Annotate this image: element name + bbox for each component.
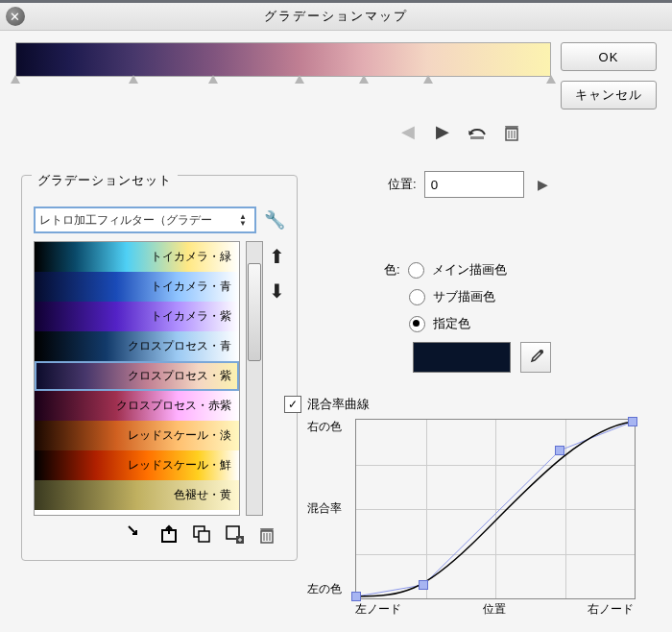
color-section: 色: メイン描画色 サブ描画色 指定色 bbox=[384, 261, 551, 373]
list-item[interactable]: レッドスケール・鮮 bbox=[35, 450, 239, 480]
move-up-icon[interactable]: ⬆ bbox=[269, 245, 285, 268]
title-bar: ✕ グラデーションマップ bbox=[0, 3, 672, 31]
list-item-label: レッドスケール・淡 bbox=[128, 427, 231, 444]
gradient-set-panel: グラデーションセット レトロ加工フィルター（グラデー ▲▼ 🔧 トイカメラ・緑ト… bbox=[21, 175, 298, 561]
radio-main[interactable] bbox=[408, 262, 424, 279]
list-item-label: トイカメラ・紫 bbox=[151, 308, 231, 325]
gradient-marker[interactable] bbox=[11, 75, 20, 84]
prev-icon[interactable]: ◀ bbox=[397, 121, 419, 142]
curve-node[interactable] bbox=[351, 592, 361, 601]
list-item-label: レッドスケール・鮮 bbox=[128, 457, 231, 474]
delete-icon[interactable] bbox=[256, 523, 277, 545]
curve-checkbox[interactable]: ✓ bbox=[284, 396, 301, 413]
svg-rect-0 bbox=[470, 136, 484, 139]
x-label-left: 左ノード bbox=[355, 601, 401, 618]
new-icon[interactable] bbox=[224, 523, 245, 545]
y-label-mid: 混合率 bbox=[298, 500, 342, 517]
svg-rect-6 bbox=[199, 531, 209, 542]
export-icon[interactable] bbox=[158, 523, 180, 545]
gradient-set-combo[interactable]: レトロ加工フィルター（グラデー ▲▼ bbox=[34, 207, 256, 233]
list-item-label: トイカメラ・緑 bbox=[151, 249, 231, 265]
list-item[interactable]: レッドスケール・淡 bbox=[35, 421, 239, 450]
radio-main-label: メイン描画色 bbox=[432, 261, 507, 279]
ok-button[interactable]: OK bbox=[561, 42, 657, 71]
curve-plot[interactable] bbox=[355, 419, 636, 599]
color-label: 色: bbox=[384, 261, 400, 279]
gradient-marker[interactable] bbox=[423, 75, 433, 84]
list-item[interactable]: トイカメラ・緑 bbox=[35, 242, 239, 272]
gradient-markers[interactable] bbox=[15, 75, 551, 86]
curve-section: ✓ 混合率曲線 右の色 混合率 左の色 bbox=[284, 396, 649, 620]
gradient-list[interactable]: トイカメラ・緑トイカメラ・青トイカメラ・紫クロスプロセス・青クロスプロセス・紫ク… bbox=[34, 241, 240, 516]
curve-label: 混合率曲線 bbox=[307, 396, 370, 413]
list-item-label: 色褪せ・黄 bbox=[174, 487, 231, 503]
trash-icon[interactable] bbox=[501, 121, 522, 142]
gradient-preview[interactable] bbox=[15, 42, 551, 77]
y-label-top: 右の色 bbox=[298, 419, 342, 435]
radio-sub-label: サブ描画色 bbox=[433, 288, 495, 305]
gradient-marker[interactable] bbox=[359, 75, 369, 84]
curve-node[interactable] bbox=[555, 446, 564, 455]
list-item-label: クロスプロセス・赤紫 bbox=[116, 398, 231, 414]
list-item-label: トイカメラ・青 bbox=[151, 279, 231, 295]
combo-text: レトロ加工フィルター（グラデー bbox=[39, 212, 212, 229]
position-input[interactable] bbox=[424, 171, 524, 198]
scrollbar-thumb[interactable] bbox=[248, 263, 261, 361]
position-step-icon[interactable]: ▶ bbox=[538, 177, 548, 192]
svg-point-14 bbox=[540, 350, 543, 353]
duplicate-icon[interactable] bbox=[191, 523, 212, 545]
curve-node[interactable] bbox=[419, 580, 428, 590]
combo-spinner[interactable]: ▲▼ bbox=[239, 213, 251, 227]
list-item-label: クロスプロセス・青 bbox=[128, 338, 231, 354]
eyedropper-button[interactable] bbox=[520, 342, 551, 373]
cancel-button[interactable]: キャンセル bbox=[561, 81, 657, 109]
x-label-right: 右ノード bbox=[588, 601, 634, 618]
gradient-marker[interactable] bbox=[129, 75, 138, 84]
curve-node[interactable] bbox=[628, 417, 637, 426]
dialog-title: グラデーションマップ bbox=[264, 8, 408, 25]
color-swatch[interactable] bbox=[413, 342, 511, 373]
gradient-marker[interactable] bbox=[208, 75, 218, 84]
x-label-mid: 位置 bbox=[483, 601, 506, 618]
list-item-label: クロスプロセス・紫 bbox=[128, 368, 231, 384]
radio-sub[interactable] bbox=[409, 289, 425, 305]
gradient-marker[interactable] bbox=[546, 75, 556, 84]
list-item[interactable]: クロスプロセス・青 bbox=[35, 331, 239, 361]
gradient-set-title: グラデーションセット bbox=[32, 172, 178, 189]
list-item[interactable]: クロスプロセス・赤紫 bbox=[35, 391, 239, 421]
next-icon[interactable]: ▶ bbox=[432, 121, 453, 142]
y-label-bot: 左の色 bbox=[298, 581, 342, 597]
position-label: 位置: bbox=[388, 176, 417, 193]
scrollbar[interactable] bbox=[246, 241, 263, 516]
move-down-icon[interactable]: ⬇ bbox=[269, 280, 285, 303]
reverse-icon[interactable] bbox=[467, 121, 488, 142]
radio-spec-label: 指定色 bbox=[433, 315, 470, 332]
gradient-marker[interactable] bbox=[295, 75, 304, 84]
list-item[interactable]: 色褪せ・黄 bbox=[35, 480, 239, 510]
radio-spec[interactable] bbox=[409, 316, 425, 332]
import-icon[interactable] bbox=[126, 523, 147, 545]
settings-icon[interactable]: 🔧 bbox=[264, 209, 285, 231]
list-item[interactable]: トイカメラ・青 bbox=[35, 272, 239, 302]
close-button[interactable]: ✕ bbox=[6, 7, 25, 26]
list-item[interactable]: トイカメラ・紫 bbox=[35, 302, 239, 331]
list-item[interactable]: クロスプロセス・紫 bbox=[35, 361, 239, 391]
